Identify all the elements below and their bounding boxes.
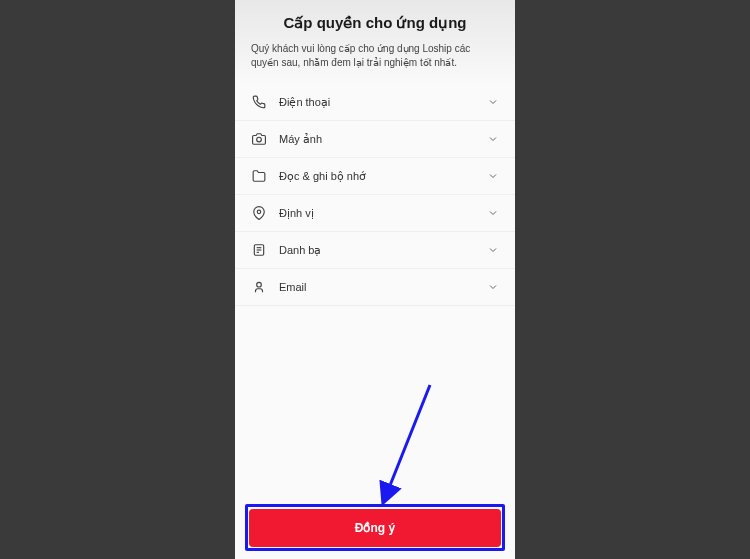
permission-item-phone[interactable]: Điện thoại bbox=[235, 84, 515, 121]
permission-label: Danh bạ bbox=[279, 244, 487, 257]
svg-point-1 bbox=[257, 210, 261, 214]
permission-label: Định vị bbox=[279, 207, 487, 220]
chevron-down-icon bbox=[487, 207, 499, 219]
chevron-down-icon bbox=[487, 244, 499, 256]
permission-item-contacts[interactable]: Danh bạ bbox=[235, 232, 515, 269]
svg-point-6 bbox=[257, 282, 262, 287]
permission-label: Đọc & ghi bộ nhớ bbox=[279, 170, 487, 183]
location-icon bbox=[251, 205, 267, 221]
permission-item-location[interactable]: Định vị bbox=[235, 195, 515, 232]
bottom-bar: Đồng ý bbox=[235, 499, 515, 559]
permission-label: Email bbox=[279, 281, 487, 293]
svg-point-0 bbox=[257, 137, 262, 142]
permission-label: Điện thoại bbox=[279, 96, 487, 109]
chevron-down-icon bbox=[487, 281, 499, 293]
email-icon bbox=[251, 279, 267, 295]
phone-screen: Cấp quyền cho ứng dụng Quý khách vui lòn… bbox=[235, 0, 515, 559]
permission-item-storage[interactable]: Đọc & ghi bộ nhớ bbox=[235, 158, 515, 195]
permission-item-camera[interactable]: Máy ảnh bbox=[235, 121, 515, 158]
camera-icon bbox=[251, 131, 267, 147]
page-subtitle: Quý khách vui lòng cấp cho ứng dụng Losh… bbox=[251, 42, 499, 70]
agree-button[interactable]: Đồng ý bbox=[249, 509, 501, 547]
phone-icon bbox=[251, 94, 267, 110]
chevron-down-icon bbox=[487, 133, 499, 145]
permission-item-email[interactable]: Email bbox=[235, 269, 515, 306]
folder-icon bbox=[251, 168, 267, 184]
permissions-list: Điện thoại Máy ảnh Đọc bbox=[235, 84, 515, 499]
contacts-icon bbox=[251, 242, 267, 258]
permission-label: Máy ảnh bbox=[279, 133, 487, 146]
page-title: Cấp quyền cho ứng dụng bbox=[251, 14, 499, 32]
chevron-down-icon bbox=[487, 96, 499, 108]
chevron-down-icon bbox=[487, 170, 499, 182]
header: Cấp quyền cho ứng dụng Quý khách vui lòn… bbox=[235, 0, 515, 84]
